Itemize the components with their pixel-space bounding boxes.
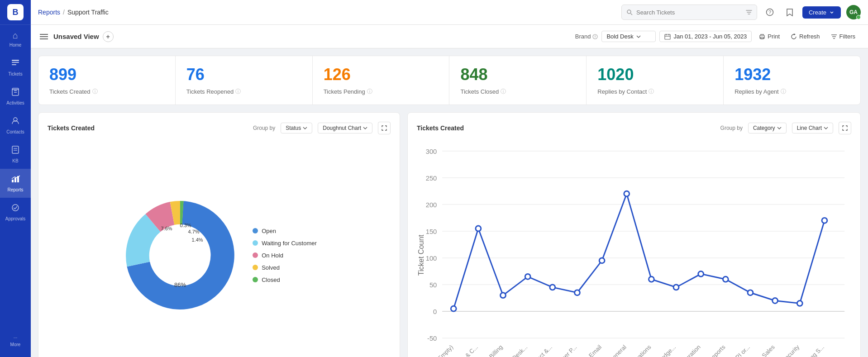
stat-number: 1932 — [734, 65, 849, 84]
svg-point-62 — [575, 290, 580, 295]
search-input[interactable] — [636, 9, 742, 16]
stat-label: Tickets Pending ⓘ — [324, 88, 439, 95]
sidebar-item-label: Reports — [7, 187, 23, 192]
sidebar-item-more[interactable]: ··· More — [0, 330, 31, 352]
svg-rect-2 — [12, 64, 16, 65]
svg-point-14 — [12, 205, 19, 211]
svg-text:7.6%: 7.6% — [161, 226, 172, 231]
svg-text:86%: 86% — [174, 281, 186, 288]
svg-rect-8 — [12, 146, 19, 153]
left-chart-title: Tickets Created — [48, 124, 248, 132]
stat-label: Tickets Reopened ⓘ — [186, 88, 301, 95]
legend-label: Waiting for Customer — [262, 240, 317, 247]
sidebar-item-reports[interactable]: Reports — [0, 169, 31, 198]
legend-dot — [253, 252, 258, 258]
filter-icon[interactable] — [746, 9, 752, 15]
bookmark-button[interactable] — [782, 5, 797, 19]
sidebar-item-label: KB — [12, 158, 18, 163]
svg-point-58 — [476, 226, 481, 231]
svg-text:250: 250 — [426, 175, 437, 182]
svg-point-71 — [797, 300, 802, 306]
svg-text:?: ? — [768, 10, 771, 15]
legend-label: Open — [262, 228, 276, 234]
stat-number: 126 — [324, 65, 439, 84]
legend-item-onhold: On Hold — [253, 252, 317, 259]
filters-button[interactable]: Filters — [827, 31, 859, 42]
add-view-button[interactable]: + — [103, 31, 114, 42]
legend-label: On Hold — [262, 252, 283, 259]
svg-rect-30 — [761, 37, 763, 39]
chart-type-select[interactable]: Doughnut Chart — [318, 123, 372, 133]
breadcrumb-reports[interactable]: Reports — [38, 9, 60, 16]
filter-group: Brand Bold Desk Jan 01, 2023 - Jun 05, 2… — [575, 31, 859, 42]
help-button[interactable]: ? — [763, 5, 777, 19]
sidebar-item-tickets[interactable]: Tickets — [0, 53, 31, 82]
charts-row: Tickets Created Group by Status Doughnut… — [38, 112, 861, 357]
svg-point-65 — [649, 276, 654, 282]
legend-dot — [253, 265, 258, 270]
svg-text:0.3%: 0.3% — [180, 223, 191, 228]
breadcrumb-current: Support Traffic — [67, 9, 109, 16]
svg-text:Rest API or...: Rest API or... — [722, 343, 751, 357]
svg-point-57 — [451, 306, 456, 311]
group-by-label: Group by — [253, 125, 275, 131]
info-icon[interactable]: ⓘ — [649, 88, 654, 95]
info-icon[interactable]: ⓘ — [235, 88, 241, 95]
legend-item-waiting: Waiting for Customer — [253, 240, 317, 247]
sub-toolbar: Unsaved View + Brand Bold Desk Jan 01, 2… — [31, 25, 868, 48]
app-logo[interactable]: B — [7, 4, 24, 20]
menu-icon[interactable] — [40, 33, 48, 40]
svg-text:Knowledge...: Knowledge... — [648, 343, 677, 357]
avatar[interactable]: GA — [846, 5, 861, 19]
print-button[interactable]: Print — [755, 31, 783, 42]
svg-point-66 — [673, 285, 679, 290]
expand-button[interactable] — [839, 122, 851, 134]
line-chart-type-select[interactable]: Line Chart — [792, 123, 833, 133]
sidebar-item-contacts[interactable]: Contacts — [0, 111, 31, 140]
sidebar-item-home[interactable]: ⌂ Home — [0, 25, 31, 53]
doughnut-chart: 7.6% 0.3% 4.7% 1.4% 86% — [121, 196, 239, 314]
tickets-icon — [11, 58, 20, 70]
more-icon: ··· — [14, 335, 17, 340]
line-chart-area: 300 250 200 150 100 50 0 -50 Ticket Coun… — [417, 142, 851, 357]
svg-point-61 — [550, 285, 555, 290]
refresh-button[interactable]: Refresh — [787, 31, 824, 42]
svg-point-72 — [822, 218, 827, 223]
svg-text:50: 50 — [429, 281, 437, 289]
info-icon[interactable]: ⓘ — [501, 88, 506, 95]
stat-label: Tickets Created ⓘ — [49, 88, 164, 95]
group-by-label: Group by — [720, 125, 743, 131]
right-chart-card: Tickets Created Group by Category Line C… — [407, 112, 861, 357]
sidebar-item-kb[interactable]: KB — [0, 140, 31, 169]
svg-rect-11 — [12, 180, 14, 182]
sidebar-item-activities[interactable]: Activities — [0, 82, 31, 111]
category-select[interactable]: Category — [748, 123, 787, 133]
search-wrapper — [621, 5, 757, 20]
info-icon[interactable]: ⓘ — [367, 88, 372, 95]
home-icon: ⌂ — [13, 30, 18, 41]
sidebar-item-approvals[interactable]: Approvals — [0, 198, 31, 227]
stat-tickets-reopened: 76 Tickets Reopened ⓘ — [176, 56, 313, 105]
svg-text:100: 100 — [426, 255, 437, 262]
create-button[interactable]: Create — [802, 6, 841, 19]
svg-text:Ticket Count: Ticket Count — [417, 234, 425, 276]
svg-text:150: 150 — [426, 228, 437, 235]
info-icon[interactable]: ⓘ — [781, 88, 786, 95]
svg-point-68 — [723, 276, 728, 282]
sidebar-logo: B — [0, 0, 31, 25]
stat-number: 76 — [186, 65, 301, 84]
info-icon[interactable]: ⓘ — [92, 88, 98, 95]
group-by-select[interactable]: Status — [281, 123, 312, 133]
contacts-icon — [11, 116, 20, 128]
svg-point-67 — [698, 271, 704, 277]
svg-rect-1 — [12, 62, 19, 63]
kb-icon — [11, 145, 20, 157]
approvals-icon — [11, 203, 20, 214]
expand-button[interactable] — [378, 122, 391, 134]
stat-label: Tickets Closed ⓘ — [460, 88, 575, 95]
reports-icon — [11, 174, 20, 186]
right-chart-title: Tickets Created — [417, 124, 715, 132]
date-filter[interactable]: Jan 01, 2023 - Jun 05, 2023 — [659, 31, 752, 42]
doughnut-area: 7.6% 0.3% 4.7% 1.4% 86% Open — [48, 142, 391, 357]
brand-select[interactable]: Bold Desk — [601, 31, 656, 42]
